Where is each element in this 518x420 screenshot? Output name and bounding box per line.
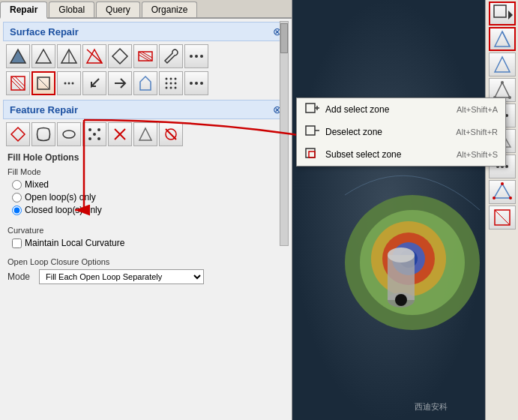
main-panel: Repair Global Query Organize Surface Rep… (0, 0, 292, 420)
viewport: 西迪安科 (292, 0, 485, 420)
deselect-zone-shortcut: Alt+Shift+R (456, 128, 498, 136)
svg-line-69 (495, 210, 510, 225)
tab-repair[interactable]: Repair (0, 2, 47, 19)
svg-point-22 (72, 82, 74, 85)
scrollbar[interactable] (280, 21, 289, 246)
menu-item-deselect-zone[interactable]: Deselect zone Alt+Shift+R (297, 121, 505, 143)
svg-rect-86 (306, 148, 315, 158)
deselect-zone-text: Deselect zone (325, 127, 450, 137)
svg-point-54 (501, 81, 504, 84)
tool-highlighted[interactable] (31, 71, 55, 95)
svg-point-36 (200, 82, 203, 85)
svg-rect-81 (306, 104, 315, 112)
svg-line-15 (11, 76, 25, 90)
tool-grid-dots[interactable] (159, 71, 183, 95)
tab-organize[interactable]: Organize (142, 2, 198, 17)
radio-closed-loop[interactable]: Closed loop(s) only (12, 205, 284, 215)
maintain-curvature[interactable]: Maintain Local Curvature (12, 238, 284, 248)
svg-point-35 (195, 82, 198, 85)
scroll-thumb[interactable] (280, 23, 288, 53)
svg-line-5 (87, 50, 102, 63)
tool-more-1[interactable] (184, 44, 208, 68)
tool-diamond[interactable] (108, 44, 132, 68)
feature-repair-title: Feature Repair (10, 104, 78, 116)
tab-bar: Repair Global Query Organize (0, 0, 292, 19)
open-loop-section: Open Loop Closure Options Mode Fill Each… (0, 251, 292, 287)
fill-hole-title: Fill Hole Options (7, 152, 284, 163)
tool-feature-3[interactable] (57, 122, 81, 146)
tool-hatched-fill[interactable] (6, 71, 30, 95)
svg-point-32 (170, 87, 172, 89)
svg-line-19 (37, 77, 49, 89)
radio-mixed[interactable]: Mixed (12, 179, 284, 190)
svg-marker-6 (112, 49, 127, 64)
open-loop-title: Open Loop Closure Options (7, 257, 284, 266)
right-tool-4[interactable] (489, 180, 516, 204)
tool-wrench[interactable] (159, 44, 183, 68)
svg-point-39 (97, 128, 100, 131)
svg-point-27 (175, 78, 177, 80)
radio-open-loop[interactable]: Open loop(s) only (12, 192, 284, 202)
tool-triangle-outline[interactable] (31, 44, 55, 68)
svg-point-20 (64, 82, 67, 85)
svg-point-29 (170, 82, 172, 85)
right-tool-top2[interactable] (489, 27, 516, 51)
tool-arrow-right[interactable] (108, 71, 132, 95)
tool-triangle-edge[interactable] (57, 44, 81, 68)
svg-point-30 (175, 82, 177, 85)
tool-plane[interactable] (133, 71, 157, 95)
svg-rect-84 (306, 126, 315, 135)
right-tool-top1[interactable] (489, 2, 516, 26)
svg-point-42 (93, 133, 96, 136)
svg-marker-45 (139, 128, 151, 140)
fill-mode-label: Fill Mode (7, 167, 284, 176)
add-zone-shortcut: Alt+Shift+A (457, 105, 498, 114)
fill-hole-options: Fill Hole Options Fill Mode Mixed Open l… (0, 148, 292, 220)
tool-feature-4[interactable] (82, 122, 106, 146)
svg-point-13 (200, 55, 203, 58)
tool-arrow-down-left[interactable] (82, 71, 106, 95)
svg-rect-87 (309, 152, 315, 158)
surface-repair-title: Surface Repair (10, 26, 79, 38)
svg-marker-0 (10, 50, 25, 63)
tool-triangle-cross[interactable] (82, 44, 106, 68)
tool-feature-1[interactable] (6, 122, 30, 146)
feature-repair-toolbar (0, 121, 292, 148)
feature-repair-header: Feature Repair ⊗ (3, 100, 289, 119)
svg-point-34 (190, 82, 193, 85)
subset-zone-icon (304, 147, 319, 162)
tool-feature-7[interactable] (159, 122, 183, 146)
svg-point-26 (170, 78, 172, 80)
right-tool-5[interactable] (489, 206, 516, 230)
curvature-label: Curvature (7, 226, 284, 235)
right-tool-1[interactable] (489, 52, 516, 76)
context-menu: Add select zone Alt+Shift+A Deselect zon… (296, 98, 506, 166)
tab-global[interactable]: Global (49, 2, 94, 17)
svg-point-67 (493, 196, 496, 200)
svg-marker-53 (495, 82, 510, 98)
svg-point-28 (166, 82, 168, 85)
tool-hatched[interactable] (133, 44, 157, 68)
tool-small-dots[interactable] (57, 71, 81, 95)
tool-triangle-fill[interactable] (6, 44, 30, 68)
fill-mode-group: Mixed Open loop(s) only Closed loop(s) o… (12, 179, 284, 215)
tool-feature-6[interactable] (133, 122, 157, 146)
svg-point-21 (68, 82, 70, 85)
svg-marker-64 (494, 184, 511, 198)
surface-repair-header: Surface Repair ⊗ (3, 22, 289, 41)
menu-item-add-zone[interactable]: Add select zone Alt+Shift+A (297, 98, 505, 121)
svg-point-41 (97, 137, 100, 140)
tool-feature-5[interactable] (108, 122, 132, 146)
tool-feature-2[interactable] (31, 122, 55, 146)
svg-point-33 (175, 87, 177, 89)
mode-select[interactable]: Fill Each Open Loop Separately (39, 269, 204, 284)
subset-zone-shortcut: Alt+Shift+S (457, 150, 498, 159)
menu-item-subset-zone[interactable]: Subset select zone Alt+Shift+S (297, 143, 505, 166)
tool-more-2[interactable] (184, 71, 208, 95)
svg-point-79 (388, 248, 415, 262)
surface-repair-toolbar-row2 (0, 70, 292, 97)
svg-marker-49 (508, 10, 513, 20)
tab-query[interactable]: Query (96, 2, 140, 17)
add-zone-text: Add select zone (325, 104, 451, 115)
svg-point-31 (166, 87, 168, 89)
